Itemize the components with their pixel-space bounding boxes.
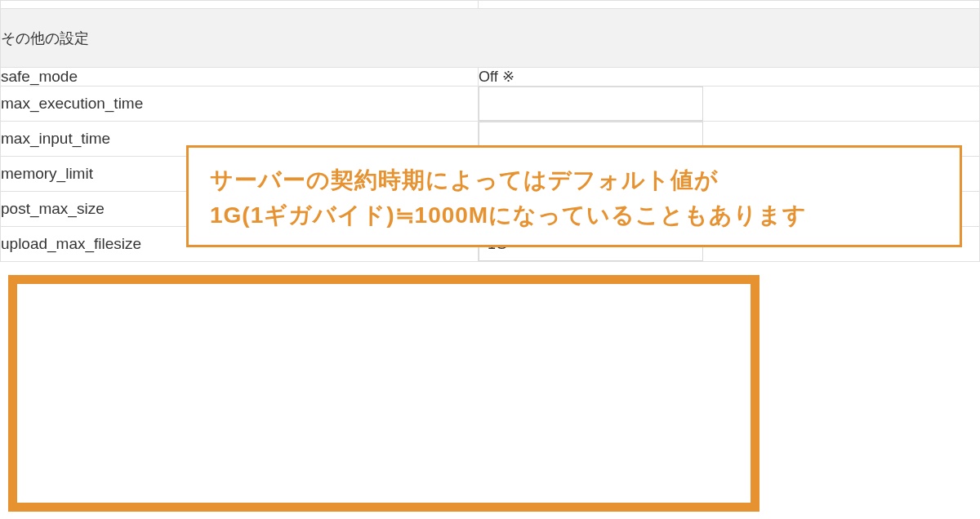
spacer-row: [1, 1, 980, 9]
label-safe-mode: safe_mode: [1, 68, 479, 86]
row-safe-mode: safe_mode Off ※: [1, 68, 980, 86]
annotation-highlight-box: [8, 275, 760, 512]
annotation-callout: サーバーの契約時期によってはデフォルト値が 1G(1ギガバイド)≒1000Mにな…: [186, 145, 962, 247]
label-max-execution-time: max_execution_time: [1, 86, 479, 122]
callout-line-2: 1G(1ギガバイド)≒1000Mになっていることもあります: [210, 197, 938, 233]
input-max-execution-time[interactable]: [479, 86, 703, 121]
section-header-other-settings: その他の設定: [1, 9, 980, 68]
callout-line-1: サーバーの契約時期によってはデフォルト値が: [210, 162, 938, 197]
value-safe-mode: Off ※: [479, 68, 980, 86]
row-max-execution-time: max_execution_time: [1, 86, 980, 122]
